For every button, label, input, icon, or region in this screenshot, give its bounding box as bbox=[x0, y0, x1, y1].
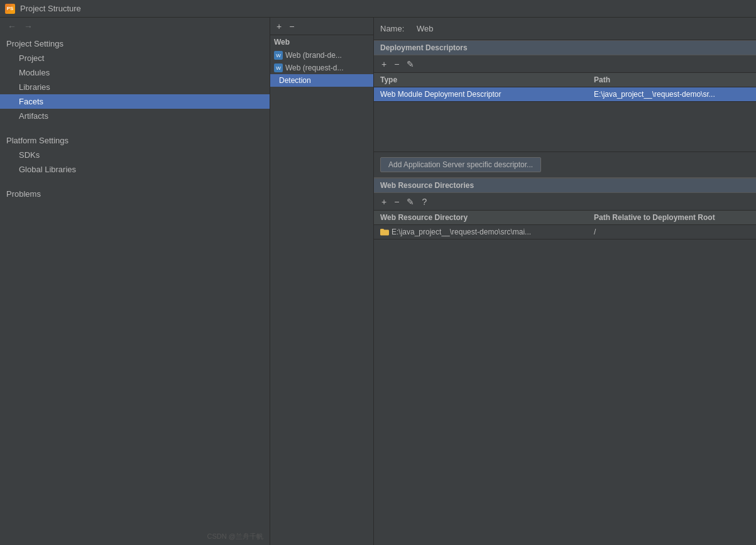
sidebar-item-sdks[interactable]: SDKs bbox=[0, 148, 270, 162]
nav-arrows: ← → bbox=[0, 18, 270, 35]
sidebar-item-artifacts[interactable]: Artifacts bbox=[0, 109, 270, 123]
sidebar-item-facets[interactable]: Facets bbox=[0, 94, 270, 109]
web-facet-icon-2: W bbox=[274, 63, 283, 72]
project-settings-label: Project Settings bbox=[0, 35, 270, 51]
remove-wr-button[interactable]: − bbox=[392, 196, 402, 207]
web-facet-icon: W bbox=[274, 51, 283, 60]
wr-dir-header: Web Resource Directory bbox=[374, 211, 588, 224]
web-resource-toolbar: + − ✎ ? bbox=[374, 193, 756, 211]
descriptor-row[interactable]: Web Module Deployment Descriptor E:\java… bbox=[374, 87, 756, 102]
wr-row[interactable]: E:\java_project__\request-demo\src\mai..… bbox=[374, 225, 756, 239]
add-app-server-descriptor-button[interactable]: Add Application Server specific descript… bbox=[380, 157, 541, 172]
spacer2 bbox=[0, 177, 270, 185]
descriptor-type-header: Type bbox=[374, 73, 588, 87]
descriptor-path-header: Path bbox=[588, 73, 756, 87]
window-title: Project Structure bbox=[20, 4, 81, 13]
descriptor-table-header: Type Path bbox=[374, 73, 756, 87]
right-panel: Name: Web Deployment Descriptors + − ✎ T… bbox=[374, 18, 756, 545]
add-wr-button[interactable]: + bbox=[379, 196, 389, 207]
watermark: CSDN @兰舟千帆 bbox=[0, 528, 270, 545]
web-resource-header: Web Resource Directories bbox=[374, 178, 756, 193]
middle-toolbar: + − bbox=[270, 18, 373, 35]
tree-item-detection[interactable]: Detection bbox=[270, 74, 373, 87]
wr-dir-cell: E:\java_project__\request-demo\src\mai..… bbox=[374, 225, 588, 239]
help-wr-button[interactable]: ? bbox=[419, 196, 429, 207]
app-icon: PS bbox=[5, 4, 15, 14]
wr-path-header: Path Relative to Deployment Root bbox=[588, 211, 756, 224]
descriptor-toolbar: + − ✎ bbox=[374, 55, 756, 73]
deployment-descriptors-header: Deployment Descriptors bbox=[374, 40, 756, 55]
wr-table-header: Web Resource Directory Path Relative to … bbox=[374, 211, 756, 225]
wr-path-cell: / bbox=[588, 225, 756, 239]
name-label: Name: bbox=[380, 24, 412, 33]
edit-wr-button[interactable]: ✎ bbox=[404, 196, 417, 207]
sidebar: ← → Project Settings Project Modules Lib… bbox=[0, 18, 270, 545]
remove-facet-button[interactable]: − bbox=[287, 21, 297, 32]
tree-item-web-request[interactable]: W Web (request-d... bbox=[270, 62, 373, 74]
nav-forward-button[interactable]: → bbox=[21, 20, 35, 33]
remove-descriptor-toolbar-button[interactable]: − bbox=[392, 58, 402, 70]
sidebar-item-modules[interactable]: Modules bbox=[0, 65, 270, 80]
sidebar-item-project[interactable]: Project bbox=[0, 51, 270, 65]
descriptor-type-cell: Web Module Deployment Descriptor bbox=[374, 87, 588, 101]
nav-back-button[interactable]: ← bbox=[5, 20, 19, 33]
web-section-label: Web bbox=[270, 35, 373, 49]
descriptor-path-cell: E:\java_project__\request-demo\sr... bbox=[588, 87, 756, 101]
platform-settings-label: Platform Settings bbox=[0, 132, 270, 148]
add-facet-button[interactable]: + bbox=[274, 21, 284, 32]
sidebar-item-libraries[interactable]: Libraries bbox=[0, 80, 270, 94]
descriptor-table-empty bbox=[374, 102, 756, 152]
main-content: ← → Project Settings Project Modules Lib… bbox=[0, 18, 756, 545]
edit-descriptor-toolbar-button[interactable]: ✎ bbox=[404, 58, 417, 70]
spacer bbox=[0, 123, 270, 132]
sidebar-item-problems[interactable]: Problems bbox=[0, 185, 270, 202]
name-value: Web bbox=[417, 24, 434, 33]
add-descriptor-toolbar-button[interactable]: + bbox=[379, 58, 389, 70]
web-resource-section: Web Resource Directories + − ✎ ? Web Res… bbox=[374, 177, 756, 239]
folder-icon bbox=[380, 228, 389, 236]
tree-item-web-brand[interactable]: W Web (brand-de... bbox=[270, 49, 373, 62]
middle-panel: + − Web W Web (brand-de... W Web (reques… bbox=[270, 18, 374, 545]
sidebar-item-global-libraries[interactable]: Global Libraries bbox=[0, 162, 270, 177]
name-row: Name: Web bbox=[374, 18, 756, 40]
add-descriptor-btn-wrapper: Add Application Server specific descript… bbox=[374, 152, 756, 177]
title-bar: PS Project Structure bbox=[0, 0, 756, 18]
